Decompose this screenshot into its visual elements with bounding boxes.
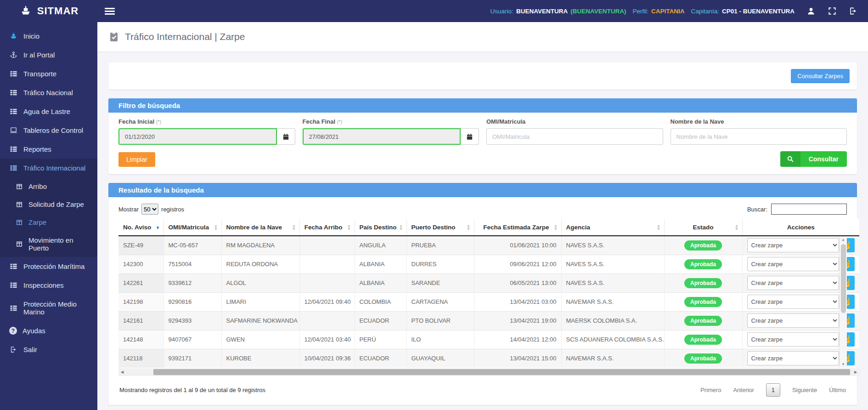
sidebar-item-trafico-nacional[interactable]: Tráfico Nacional xyxy=(0,83,97,102)
question-icon: ? xyxy=(9,327,17,335)
table-icon xyxy=(9,262,18,270)
sort-desc-icon: ▼ xyxy=(156,225,160,230)
cell-nombre-nave: KUROBE xyxy=(221,349,299,368)
vertical-scroll-thumb[interactable] xyxy=(841,244,846,313)
cell-agencia: SCS ADUANERA COLOMBIA S.A.S. xyxy=(561,330,664,349)
col-header-agencia[interactable]: Agencia ▲▼ xyxy=(561,219,664,236)
sidebar-item-transporte[interactable]: Transporte xyxy=(0,64,97,83)
table-icon xyxy=(9,164,18,172)
fecha-inicial-input[interactable] xyxy=(118,128,277,145)
col-header-nombre-nave[interactable]: Nombre de la Nave ▲▼ xyxy=(221,219,299,236)
col-header-acciones: Acciones xyxy=(742,219,859,236)
pagination-primero[interactable]: Primero xyxy=(700,387,721,393)
horizontal-scroll-thumb[interactable] xyxy=(153,369,850,375)
logout-icon[interactable] xyxy=(849,6,858,16)
table-row: 142161 9294393 SAFMARINE NOKWANDA ECUADO… xyxy=(118,311,859,330)
col-header-fecha-arribo[interactable]: Fecha Arribo ▲▼ xyxy=(299,219,355,236)
action-select[interactable]: Crear zarpe xyxy=(747,332,840,347)
sidebar-subitem-arribo[interactable]: Arribo xyxy=(0,177,97,195)
user-icon[interactable] xyxy=(806,6,816,16)
cell-puerto-destino: GUAYAQUIL xyxy=(406,349,474,368)
action-select[interactable]: Crear zarpe xyxy=(747,257,840,271)
sidebar-item-reportes[interactable]: Reportes xyxy=(0,140,97,159)
app-logo[interactable]: SITMAR xyxy=(0,0,97,22)
buscar-label: Buscar: xyxy=(747,206,767,213)
page-size-select[interactable]: 50 xyxy=(141,204,158,215)
horizontal-scrollbar[interactable]: ◀ ▶ xyxy=(118,368,859,376)
pagination-ultimo[interactable]: Último xyxy=(829,387,846,393)
cell-fecha-arribo xyxy=(299,273,355,292)
action-select[interactable]: Crear zarpe xyxy=(747,351,840,365)
cell-omi: 7515004 xyxy=(163,255,221,273)
pagination-siguiente[interactable]: Siguiente xyxy=(792,387,817,393)
col-header-no-aviso[interactable]: No. Aviso ▼ xyxy=(118,219,163,236)
results-table: No. Aviso ▼ OMI/Matricula ▲▼ Nombre de l… xyxy=(118,219,859,368)
col-header-pais-destino[interactable]: País Destino ▲▼ xyxy=(355,219,406,236)
clipboard-check-icon xyxy=(108,31,119,42)
table-search-input[interactable] xyxy=(771,204,847,215)
cell-fecha-arribo: 10/04/2021 09:36 xyxy=(299,349,355,368)
pagination-page-1[interactable]: 1 xyxy=(766,383,780,397)
cell-omi: 9392171 xyxy=(163,349,221,368)
status-badge: Aprobada xyxy=(684,335,722,345)
action-select[interactable]: Crear zarpe xyxy=(747,276,840,290)
cell-omi: MC-05-657 xyxy=(163,236,221,255)
sidebar-subitem-movimiento-en-puerto[interactable]: Movimiento en Puerto xyxy=(0,231,97,257)
nave-input[interactable] xyxy=(671,128,847,145)
col-header-puerto-destino[interactable]: Puerto Destino ▲▼ xyxy=(406,219,474,236)
cell-estado: Aprobada xyxy=(664,236,742,255)
sidebar-item-label: Ir al Portal xyxy=(23,51,55,59)
sidebar-subitem-solicitud-de-zarpe[interactable]: Solicitud de Zarpe xyxy=(0,195,97,213)
app-brand: SITMAR xyxy=(37,5,79,17)
limpiar-button[interactable]: Limpiar xyxy=(118,152,155,167)
scroll-up-icon[interactable]: ▲ xyxy=(841,237,845,243)
calendar-icon xyxy=(282,133,289,140)
scroll-right-icon[interactable]: ▶ xyxy=(852,370,859,374)
sidebar-item-tableros-de-control[interactable]: Tableros de Control xyxy=(0,121,97,140)
col-header-estado[interactable]: Estado ▲▼ xyxy=(664,219,742,236)
sidebar-subitem-zarpe[interactable]: Zarpe xyxy=(0,213,97,231)
sort-icon: ▲▼ xyxy=(292,224,296,231)
sidebar-item-agua-de-lastre[interactable]: Agua de Lastre xyxy=(0,102,97,121)
cell-omi: 9407067 xyxy=(163,330,221,349)
sidebar: Inicio Ir al Portal Transporte Tráfico N… xyxy=(0,22,97,410)
col-header-omi[interactable]: OMI/Matricula ▲▼ xyxy=(163,219,221,236)
sidebar-toggle-button[interactable] xyxy=(105,6,115,16)
sidebar-item-trafico-internacional[interactable]: Tráfico Internacional xyxy=(0,159,97,177)
sidebar-item-label: Inspecciones xyxy=(23,281,64,289)
fullscreen-icon[interactable] xyxy=(828,6,837,16)
sidebar-item-ayudas[interactable]: ? Ayudas xyxy=(0,321,97,340)
fecha-final-calendar-button[interactable] xyxy=(461,128,479,145)
action-select[interactable]: Crear zarpe xyxy=(747,295,840,309)
cell-agencia: NAVEMAR S.A.S. xyxy=(561,292,664,311)
action-select[interactable]: Crear zarpe xyxy=(747,313,840,328)
vertical-scrollbar[interactable]: ▲ ▼ xyxy=(839,237,847,368)
fecha-inicial-calendar-button[interactable] xyxy=(277,128,295,145)
sidebar-item-proteccion-medio-marino[interactable]: Protección Medio Marino xyxy=(0,295,97,321)
table-row: 142148 9407067 GWEN 12/04/2021 03:40 PER… xyxy=(118,330,859,349)
pagination-anterior[interactable]: Anterior xyxy=(733,387,754,393)
action-select[interactable]: Crear zarpe xyxy=(747,238,840,252)
cell-estado: Aprobada xyxy=(664,292,742,311)
cell-puerto-destino: PTO BOLIVAR xyxy=(406,311,474,330)
col-header-fecha-estimada[interactable]: Fecha Estimada Zarpe ▲▼ xyxy=(474,219,561,236)
sidebar-item-proteccion-maritima[interactable]: Protección Marítima xyxy=(0,257,97,276)
omi-label: OMI/Matricula xyxy=(486,118,663,125)
sort-icon: ▲▼ xyxy=(399,224,403,231)
cell-nombre-nave: REDUTA ORDONA xyxy=(221,255,299,273)
sidebar-item-salir[interactable]: Salir xyxy=(0,340,97,359)
scroll-left-icon[interactable]: ◀ xyxy=(118,370,126,374)
cell-puerto-destino: CARTAGENA xyxy=(406,292,474,311)
omi-input[interactable] xyxy=(486,128,663,145)
perfil-label: Perfil: xyxy=(632,8,648,15)
consultar-button[interactable]: Consultar xyxy=(780,151,847,167)
consultar-zarpes-button[interactable]: Consultar Zarpes xyxy=(791,69,850,83)
cell-fecha-estimada: 13/04/2021 19:00 xyxy=(474,311,561,330)
sidebar-item-inspecciones[interactable]: Inspecciones xyxy=(0,276,97,295)
sidebar-item-inicio[interactable]: Inicio xyxy=(0,27,97,46)
fecha-final-input[interactable] xyxy=(303,128,461,145)
sidebar-item-ir-al-portal[interactable]: Ir al Portal xyxy=(0,46,97,64)
sort-icon: ▲▼ xyxy=(554,224,558,231)
cell-fecha-arribo xyxy=(299,255,355,273)
scroll-down-icon[interactable]: ▼ xyxy=(841,361,845,368)
